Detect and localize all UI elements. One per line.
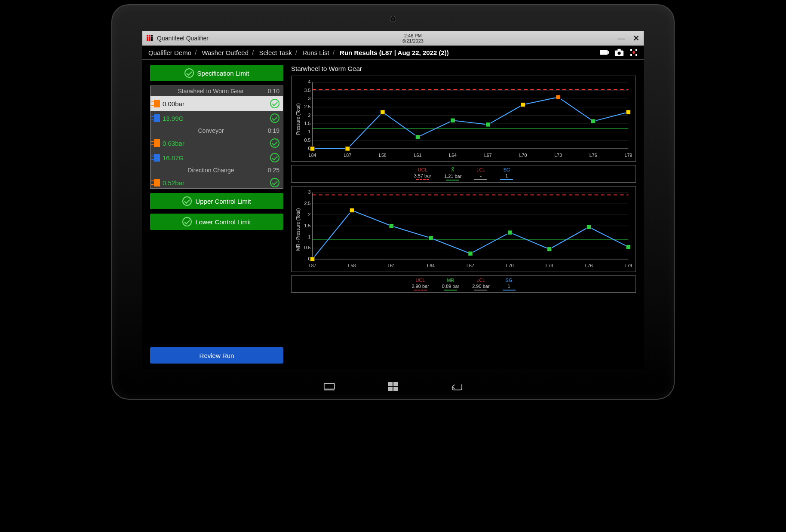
list-item[interactable]: 16.87G <box>150 150 283 165</box>
breadcrumb-bar: Qualifier Demo/ Washer Outfeed/ Select T… <box>142 46 644 60</box>
app-icon <box>147 35 154 42</box>
svg-text:L84: L84 <box>309 153 316 158</box>
sensor-icon <box>154 139 160 147</box>
main-content: Specification Limit Starwheel to Worm Ge… <box>142 60 644 369</box>
review-run-button[interactable]: Review Run <box>150 347 283 364</box>
back-icon[interactable] <box>451 382 463 391</box>
list-section-header: Conveyor0:19 <box>150 125 283 136</box>
svg-text:1: 1 <box>308 129 310 135</box>
svg-rect-43 <box>451 118 455 122</box>
svg-rect-90 <box>389 387 392 391</box>
home-icon[interactable] <box>387 382 399 391</box>
svg-text:2.5: 2.5 <box>304 104 311 110</box>
spec-limit-button[interactable]: Specification Limit <box>150 65 283 81</box>
svg-text:2.5: 2.5 <box>304 201 311 206</box>
svg-rect-85 <box>626 245 631 249</box>
svg-rect-46 <box>556 95 561 99</box>
list-item-value: 0.52bar <box>163 179 184 187</box>
sensor-icon <box>154 114 160 122</box>
list-item-value: 0.00bar <box>163 100 184 107</box>
list-item-value: 0.63bar <box>163 140 184 147</box>
recent-apps-icon[interactable] <box>323 382 335 391</box>
svg-text:3: 3 <box>308 190 310 195</box>
check-icon <box>182 217 192 226</box>
svg-text:L73: L73 <box>554 153 562 158</box>
crumb-3[interactable]: Runs List <box>302 49 329 56</box>
lcl-button[interactable]: Lower Control Limit <box>150 214 283 230</box>
list-item-value: 13.99G <box>163 115 184 122</box>
check-icon <box>270 153 279 162</box>
svg-text:L79: L79 <box>624 153 632 158</box>
svg-text:L64: L64 <box>449 153 457 158</box>
crumb-1[interactable]: Washer Outfeed <box>202 49 249 56</box>
window-minimize-button[interactable]: — <box>617 34 625 43</box>
list-item[interactable]: 0.63bar <box>150 136 283 150</box>
svg-rect-81 <box>468 251 473 256</box>
svg-rect-0 <box>600 50 608 55</box>
svg-point-4 <box>617 52 620 55</box>
svg-rect-82 <box>507 230 512 235</box>
tablet-nav-buttons <box>323 382 463 391</box>
svg-text:L76: L76 <box>590 153 597 158</box>
review-run-label: Review Run <box>200 352 234 359</box>
svg-rect-80 <box>429 236 433 240</box>
svg-text:L67: L67 <box>484 153 492 158</box>
svg-text:1.5: 1.5 <box>304 121 311 126</box>
check-icon <box>270 99 279 108</box>
mr-chart: MR - Pressure (Total)00.511.522.53L87L58… <box>291 186 636 272</box>
list-item-value: 16.87G <box>163 154 184 162</box>
svg-text:0.5: 0.5 <box>304 138 311 143</box>
ucl-label: Upper Control Limit <box>195 198 251 205</box>
svg-rect-91 <box>394 387 397 391</box>
spec-limit-label: Specification Limit <box>197 70 249 77</box>
list-item[interactable]: 13.99G <box>150 111 283 125</box>
camera-dot <box>390 16 396 22</box>
check-icon <box>182 196 192 206</box>
svg-rect-83 <box>547 247 552 251</box>
measurements-list[interactable]: Starwheel to Worm Gear0:100.00bar13.99GC… <box>150 86 283 189</box>
sensor-icon <box>154 100 160 107</box>
svg-rect-39 <box>310 147 315 151</box>
svg-text:2: 2 <box>308 212 310 217</box>
svg-rect-3 <box>617 49 620 51</box>
svg-text:L87: L87 <box>344 153 351 158</box>
clock-date: 6/21/2023 <box>402 38 424 43</box>
list-item[interactable]: 0.00bar <box>150 96 283 111</box>
svg-rect-42 <box>415 135 420 139</box>
svg-rect-77 <box>310 257 315 261</box>
check-icon <box>270 138 279 148</box>
svg-text:L76: L76 <box>585 263 593 268</box>
crumb-2[interactable]: Select Task <box>259 49 292 56</box>
svg-text:L58: L58 <box>348 263 356 268</box>
svg-text:0.5: 0.5 <box>304 245 311 250</box>
svg-text:L61: L61 <box>414 153 422 158</box>
check-icon <box>270 113 279 123</box>
svg-text:1: 1 <box>308 234 310 239</box>
svg-rect-40 <box>345 147 350 151</box>
svg-text:1.5: 1.5 <box>304 223 311 228</box>
ucl-button[interactable]: Upper Control Limit <box>150 193 283 209</box>
list-section-header: Direction Change0:25 <box>150 165 283 175</box>
camera-icon[interactable] <box>614 48 624 57</box>
clock-time: 2:46 PM <box>402 33 424 38</box>
crumb-0[interactable]: Qualifier Demo <box>148 49 191 56</box>
sensor-icon <box>154 179 160 187</box>
list-item[interactable]: 0.52bar <box>150 175 283 189</box>
svg-rect-47 <box>591 119 596 123</box>
sensor-icon <box>154 154 160 162</box>
svg-rect-89 <box>394 382 397 386</box>
svg-text:4: 4 <box>308 79 310 85</box>
svg-text:L64: L64 <box>427 263 435 268</box>
list-section-header: Starwheel to Worm Gear0:10 <box>150 86 283 96</box>
record-icon[interactable] <box>629 48 639 57</box>
app-title: Quantifeel Qualifier <box>157 35 209 42</box>
svg-rect-44 <box>485 122 490 127</box>
battery-icon <box>600 48 609 57</box>
window-close-button[interactable]: ✕ <box>633 34 639 43</box>
svg-text:L70: L70 <box>519 153 527 158</box>
window-titlebar: Quantifeel Qualifier 2:46 PM 6/21/2023 —… <box>142 31 644 46</box>
svg-rect-78 <box>350 208 354 212</box>
chart-legend: UCL3.57 barX̄1.21 barLCL-SG1 <box>291 165 636 183</box>
svg-text:MR - Pressure (Total): MR - Pressure (Total) <box>295 208 301 251</box>
check-icon <box>270 178 279 187</box>
